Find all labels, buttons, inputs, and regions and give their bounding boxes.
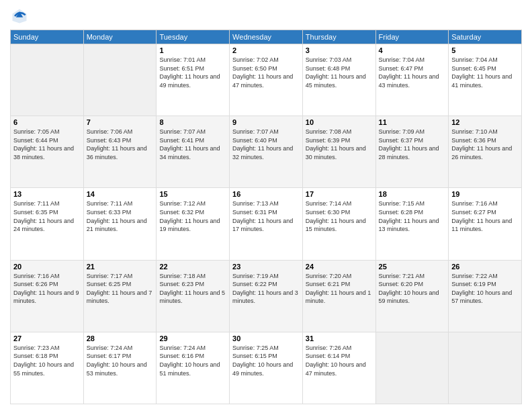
day-header-wednesday: Wednesday: [230, 30, 303, 44]
day-info: Sunrise: 7:14 AMSunset: 6:30 PMDaylight:…: [306, 199, 373, 233]
day-info: Sunrise: 7:13 AMSunset: 6:31 PMDaylight:…: [232, 199, 300, 233]
calendar-cell: 20Sunrise: 7:16 AMSunset: 6:26 PMDayligh…: [11, 260, 84, 332]
day-info: Sunrise: 7:23 AMSunset: 6:18 PMDaylight:…: [13, 344, 81, 377]
day-number: 28: [87, 334, 154, 342]
day-number: 24: [306, 263, 373, 271]
day-number: 20: [13, 263, 81, 271]
calendar-week-5: 27Sunrise: 7:23 AMSunset: 6:18 PMDayligh…: [11, 332, 522, 404]
day-number: 6: [13, 118, 81, 126]
day-number: 19: [451, 190, 519, 198]
day-header-saturday: Saturday: [449, 30, 522, 44]
day-number: 23: [232, 263, 300, 271]
day-number: 17: [306, 190, 373, 198]
calendar-cell: 10Sunrise: 7:08 AMSunset: 6:39 PMDayligh…: [302, 116, 375, 188]
day-info: Sunrise: 7:15 AMSunset: 6:28 PMDaylight:…: [379, 199, 446, 233]
day-number: 4: [379, 46, 446, 54]
calendar-cell: 7Sunrise: 7:06 AMSunset: 6:43 PMDaylight…: [83, 116, 157, 188]
day-info: Sunrise: 7:20 AMSunset: 6:21 PMDaylight:…: [306, 272, 373, 306]
calendar-cell: [83, 44, 157, 116]
day-info: Sunrise: 7:07 AMSunset: 6:40 PMDaylight:…: [232, 128, 300, 161]
calendar-cell: 31Sunrise: 7:26 AMSunset: 6:14 PMDayligh…: [302, 332, 375, 404]
day-number: 29: [159, 334, 226, 342]
day-number: 21: [87, 263, 154, 271]
calendar-cell: 12Sunrise: 7:10 AMSunset: 6:36 PMDayligh…: [449, 116, 522, 188]
calendar-cell: 4Sunrise: 7:04 AMSunset: 6:47 PMDaylight…: [375, 44, 449, 116]
day-number: 15: [159, 190, 226, 198]
calendar-cell: 2Sunrise: 7:02 AMSunset: 6:50 PMDaylight…: [230, 44, 303, 116]
day-info: Sunrise: 7:09 AMSunset: 6:37 PMDaylight:…: [379, 128, 446, 161]
calendar-cell: 9Sunrise: 7:07 AMSunset: 6:40 PMDaylight…: [230, 116, 303, 188]
day-info: Sunrise: 7:16 AMSunset: 6:27 PMDaylight:…: [451, 199, 519, 233]
day-number: 25: [379, 263, 446, 271]
day-number: 27: [13, 334, 81, 342]
calendar-cell: 15Sunrise: 7:12 AMSunset: 6:32 PMDayligh…: [157, 188, 230, 260]
day-number: 14: [87, 190, 154, 198]
day-info: Sunrise: 7:04 AMSunset: 6:47 PMDaylight:…: [379, 56, 446, 89]
day-info: Sunrise: 7:03 AMSunset: 6:48 PMDaylight:…: [306, 56, 373, 89]
day-number: 7: [87, 118, 154, 126]
day-info: Sunrise: 7:26 AMSunset: 6:14 PMDaylight:…: [306, 344, 373, 377]
day-header-monday: Monday: [83, 30, 157, 44]
day-info: Sunrise: 7:16 AMSunset: 6:26 PMDaylight:…: [13, 272, 81, 306]
day-info: Sunrise: 7:06 AMSunset: 6:43 PMDaylight:…: [87, 128, 154, 161]
day-info: Sunrise: 7:11 AMSunset: 6:33 PMDaylight:…: [87, 199, 154, 233]
calendar-cell: 13Sunrise: 7:11 AMSunset: 6:35 PMDayligh…: [11, 188, 84, 260]
day-number: 3: [306, 46, 373, 54]
day-info: Sunrise: 7:21 AMSunset: 6:20 PMDaylight:…: [379, 272, 446, 306]
calendar-cell: [375, 332, 449, 404]
calendar-cell: 17Sunrise: 7:14 AMSunset: 6:30 PMDayligh…: [302, 188, 375, 260]
day-info: Sunrise: 7:10 AMSunset: 6:36 PMDaylight:…: [451, 128, 519, 161]
calendar-cell: 14Sunrise: 7:11 AMSunset: 6:33 PMDayligh…: [83, 188, 157, 260]
day-info: Sunrise: 7:07 AMSunset: 6:41 PMDaylight:…: [159, 128, 226, 161]
day-number: 22: [159, 263, 226, 271]
calendar-cell: 24Sunrise: 7:20 AMSunset: 6:21 PMDayligh…: [302, 260, 375, 332]
day-header-thursday: Thursday: [302, 30, 375, 44]
calendar-cell: 6Sunrise: 7:05 AMSunset: 6:44 PMDaylight…: [11, 116, 84, 188]
calendar-cell: 8Sunrise: 7:07 AMSunset: 6:41 PMDaylight…: [157, 116, 230, 188]
day-number: 11: [379, 118, 446, 126]
day-number: 18: [379, 190, 446, 198]
calendar-cell: 30Sunrise: 7:25 AMSunset: 6:15 PMDayligh…: [230, 332, 303, 404]
day-info: Sunrise: 7:17 AMSunset: 6:25 PMDaylight:…: [87, 272, 154, 306]
day-number: 30: [232, 334, 300, 342]
day-number: 10: [306, 118, 373, 126]
day-number: 16: [232, 190, 300, 198]
calendar-cell: 23Sunrise: 7:19 AMSunset: 6:22 PMDayligh…: [230, 260, 303, 332]
day-number: 9: [232, 118, 300, 126]
day-info: Sunrise: 7:08 AMSunset: 6:39 PMDaylight:…: [306, 128, 373, 161]
calendar-week-3: 13Sunrise: 7:11 AMSunset: 6:35 PMDayligh…: [11, 188, 522, 260]
day-number: 1: [159, 46, 226, 54]
day-info: Sunrise: 7:01 AMSunset: 6:51 PMDaylight:…: [159, 56, 226, 89]
day-header-sunday: Sunday: [11, 30, 84, 44]
calendar-cell: 29Sunrise: 7:24 AMSunset: 6:16 PMDayligh…: [157, 332, 230, 404]
calendar-week-1: 1Sunrise: 7:01 AMSunset: 6:51 PMDaylight…: [11, 44, 522, 116]
day-number: 2: [232, 46, 300, 54]
day-info: Sunrise: 7:19 AMSunset: 6:22 PMDaylight:…: [232, 272, 300, 306]
calendar-week-4: 20Sunrise: 7:16 AMSunset: 6:26 PMDayligh…: [11, 260, 522, 332]
calendar-cell: 16Sunrise: 7:13 AMSunset: 6:31 PMDayligh…: [230, 188, 303, 260]
day-info: Sunrise: 7:24 AMSunset: 6:17 PMDaylight:…: [87, 344, 154, 377]
day-info: Sunrise: 7:12 AMSunset: 6:32 PMDaylight:…: [159, 199, 226, 233]
day-info: Sunrise: 7:24 AMSunset: 6:16 PMDaylight:…: [159, 344, 226, 377]
logo-icon: [10, 7, 29, 26]
header: [10, 7, 522, 26]
calendar-cell: 28Sunrise: 7:24 AMSunset: 6:17 PMDayligh…: [83, 332, 157, 404]
calendar-cell: 1Sunrise: 7:01 AMSunset: 6:51 PMDaylight…: [157, 44, 230, 116]
calendar-cell: [449, 332, 522, 404]
day-info: Sunrise: 7:02 AMSunset: 6:50 PMDaylight:…: [232, 56, 300, 89]
page: SundayMondayTuesdayWednesdayThursdayFrid…: [0, 0, 532, 411]
day-number: 8: [159, 118, 226, 126]
calendar-cell: 3Sunrise: 7:03 AMSunset: 6:48 PMDaylight…: [302, 44, 375, 116]
calendar-cell: 21Sunrise: 7:17 AMSunset: 6:25 PMDayligh…: [83, 260, 157, 332]
day-number: 13: [13, 190, 81, 198]
logo: [10, 7, 30, 26]
day-header-tuesday: Tuesday: [157, 30, 230, 44]
day-info: Sunrise: 7:04 AMSunset: 6:45 PMDaylight:…: [451, 56, 519, 89]
calendar-cell: 5Sunrise: 7:04 AMSunset: 6:45 PMDaylight…: [449, 44, 522, 116]
calendar-cell: 18Sunrise: 7:15 AMSunset: 6:28 PMDayligh…: [375, 188, 449, 260]
calendar-cell: 11Sunrise: 7:09 AMSunset: 6:37 PMDayligh…: [375, 116, 449, 188]
day-header-friday: Friday: [375, 30, 449, 44]
day-info: Sunrise: 7:22 AMSunset: 6:19 PMDaylight:…: [451, 272, 519, 306]
calendar-table: SundayMondayTuesdayWednesdayThursdayFrid…: [10, 30, 522, 404]
day-info: Sunrise: 7:05 AMSunset: 6:44 PMDaylight:…: [13, 128, 81, 161]
